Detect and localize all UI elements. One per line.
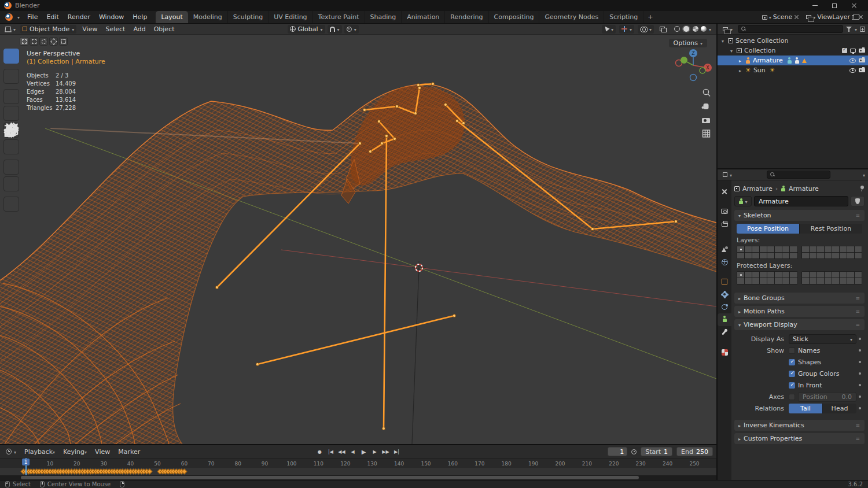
layer-cell[interactable] xyxy=(752,246,759,252)
protected-layer-cell[interactable] xyxy=(782,272,789,278)
play-button[interactable]: ▶ xyxy=(359,447,369,456)
panel-drag-grip[interactable]: ≡ xyxy=(855,436,860,442)
panel-inverse-kinematics-header[interactable]: Inverse Kinematics ≡ xyxy=(734,420,865,431)
datablock-name-field[interactable]: Armature xyxy=(754,196,848,206)
frame-start-field[interactable]: Start 1 xyxy=(641,447,672,456)
select-mode-box-button[interactable] xyxy=(30,37,38,46)
camera-icon[interactable] xyxy=(859,68,865,72)
protected-layer-cell[interactable] xyxy=(840,278,847,284)
animate-dot[interactable] xyxy=(856,395,863,397)
navigation-gizmo[interactable]: Z X xyxy=(676,49,712,81)
menu-edit[interactable]: Edit xyxy=(42,13,62,21)
protected-layer-cell[interactable] xyxy=(802,272,809,278)
layer-cell[interactable] xyxy=(817,246,824,252)
layer-cell[interactable] xyxy=(782,246,789,252)
maximize-button[interactable] xyxy=(825,0,844,11)
layer-cell[interactable] xyxy=(832,246,839,252)
in-front-checkbox[interactable] xyxy=(789,382,795,389)
workspace-tab-sculpting[interactable]: Sculpting xyxy=(228,11,269,23)
disclosure-triangle-icon[interactable] xyxy=(720,37,726,45)
jump-to-start-button[interactable]: |◀ xyxy=(326,447,336,456)
layer-cell[interactable] xyxy=(745,253,752,258)
pose-position-button[interactable]: Pose Position xyxy=(737,224,800,234)
panel-drag-grip[interactable]: ≡ xyxy=(855,213,860,219)
protected-layer-cell[interactable] xyxy=(832,278,839,284)
timeline-menu-keying[interactable]: Keying xyxy=(60,448,90,456)
gizmos-dropdown[interactable] xyxy=(619,25,634,34)
viewport-menu-view[interactable]: View xyxy=(79,25,101,33)
pin-icon[interactable] xyxy=(859,186,865,192)
shading-rendered-button[interactable] xyxy=(701,26,707,32)
layer-cell[interactable] xyxy=(775,253,782,258)
layer-cell[interactable] xyxy=(790,246,797,252)
rest-position-button[interactable]: Rest Position xyxy=(800,224,862,234)
timeline-menu-view[interactable]: View xyxy=(91,448,113,456)
eye-icon[interactable] xyxy=(849,58,856,63)
layer-cell[interactable] xyxy=(767,253,774,258)
layer-cell[interactable] xyxy=(847,253,854,258)
timeline-menu-marker[interactable]: Marker xyxy=(115,448,144,456)
timeline-menu-playback[interactable]: Playback xyxy=(21,448,58,456)
layer-cell[interactable] xyxy=(782,253,789,258)
add-workspace-button[interactable]: + xyxy=(643,11,657,23)
fake-user-button[interactable] xyxy=(851,196,865,206)
protected-layer-cell[interactable] xyxy=(810,272,816,278)
datablock-selector[interactable] xyxy=(734,196,752,206)
viewport-3d-scene[interactable]: Z X xyxy=(0,35,716,444)
protected-layer-cell[interactable] xyxy=(855,272,862,278)
layer-cell[interactable] xyxy=(855,253,862,258)
next-keyframe-button[interactable]: ▶▶ xyxy=(381,447,391,456)
protected-layer-cell[interactable] xyxy=(745,278,752,284)
workspace-tab-layout[interactable]: Layout xyxy=(156,11,187,23)
breadcrumb-data[interactable]: Armature xyxy=(789,185,819,193)
animate-dot[interactable] xyxy=(856,372,863,374)
protected-layer-cell[interactable] xyxy=(790,278,797,284)
copy-view-layer-icon[interactable] xyxy=(852,15,856,20)
layer-cell[interactable] xyxy=(810,246,816,252)
shapes-checkbox[interactable] xyxy=(789,359,795,365)
remove-view-layer-icon[interactable] xyxy=(858,14,863,20)
layer-cell[interactable] xyxy=(855,246,862,252)
add-cube-tool-button[interactable] xyxy=(3,197,19,212)
layer-cell[interactable] xyxy=(775,246,782,252)
viewport-menu-object[interactable]: Object xyxy=(150,25,178,33)
disclosure-triangle-icon[interactable] xyxy=(737,57,743,64)
properties-options-caret[interactable] xyxy=(863,171,865,179)
menu-file[interactable]: File xyxy=(23,13,42,21)
panel-drag-grip[interactable]: ≡ xyxy=(855,322,860,328)
animate-dot[interactable] xyxy=(856,361,863,363)
protected-layer-cell[interactable] xyxy=(847,272,854,278)
select-mode-lasso-button[interactable] xyxy=(49,37,58,46)
protected-layer-cell[interactable] xyxy=(760,278,767,284)
viewport-canvas[interactable]: Z X xyxy=(0,35,716,444)
properties-tab-texture[interactable] xyxy=(718,346,731,358)
protected-layer-cell[interactable] xyxy=(737,272,744,278)
object-type-visibility-dropdown[interactable] xyxy=(602,25,616,34)
axes-position-slider[interactable]: Position 0.0 xyxy=(798,392,856,402)
properties-tab-physics[interactable] xyxy=(718,301,731,313)
outliner-row-sun[interactable]: Sun xyxy=(718,65,868,75)
layer-cell[interactable] xyxy=(745,246,752,252)
filter-options-caret[interactable] xyxy=(855,25,857,33)
workspace-tab-rendering[interactable]: Rendering xyxy=(445,11,488,23)
panel-drag-grip[interactable]: ≡ xyxy=(855,423,860,428)
previous-keyframe-button[interactable]: ◀◀ xyxy=(337,447,347,456)
animate-dot[interactable] xyxy=(856,384,863,386)
layer-cell[interactable] xyxy=(840,253,847,258)
current-frame-field[interactable]: 1 xyxy=(608,447,627,456)
menu-help[interactable]: Help xyxy=(128,13,151,21)
layer-cell[interactable] xyxy=(767,246,774,252)
layer-cell[interactable] xyxy=(832,253,839,258)
eye-icon[interactable] xyxy=(849,68,856,73)
protected-layer-cell[interactable] xyxy=(825,272,832,278)
protected-layer-cell[interactable] xyxy=(810,278,816,284)
properties-search-input[interactable] xyxy=(767,171,830,179)
transform-orientation-dropdown[interactable]: Global xyxy=(288,25,325,34)
panel-drag-grip[interactable]: ≡ xyxy=(855,295,860,301)
properties-tab-tool[interactable] xyxy=(718,185,731,198)
outliner-editor-type-button[interactable] xyxy=(720,25,735,34)
protected-layer-cell[interactable] xyxy=(832,272,839,278)
protected-layer-cell[interactable] xyxy=(775,278,782,284)
layer-cell[interactable] xyxy=(825,246,832,252)
workspace-tab-animation[interactable]: Animation xyxy=(402,11,445,23)
